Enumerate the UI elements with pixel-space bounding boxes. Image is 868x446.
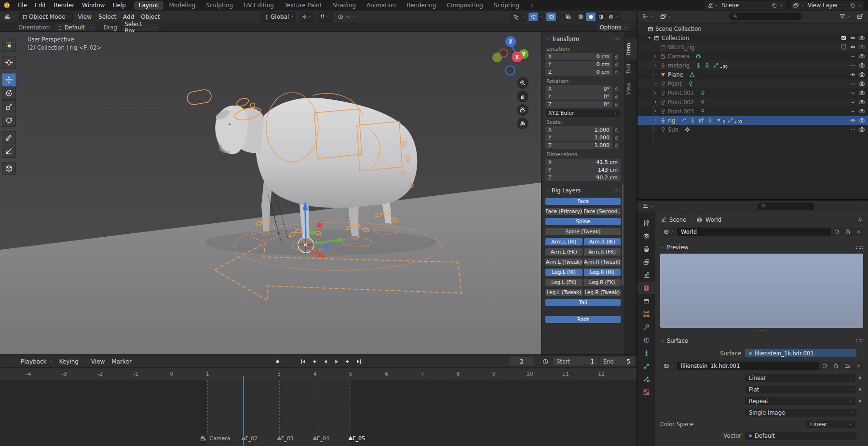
color-space-dropdown[interactable]: Linear [806,420,856,428]
rig-layer-arm-r-fk-[interactable]: Arm.R (FK) [584,248,621,256]
unlink-button[interactable] [854,362,863,370]
properties-tab-bone[interactable] [637,360,655,372]
render-toggle[interactable] [859,44,865,50]
render-toggle[interactable] [859,53,865,59]
lock-toggle[interactable] [612,143,621,148]
start-frame-field[interactable]: Start 1 [553,357,598,365]
remove-view-layer-icon[interactable] [857,2,862,9]
expand-arrow-icon[interactable] [653,72,658,77]
sidebar-tab-view[interactable]: View [625,78,637,99]
number-field[interactable]: X0° [545,85,612,93]
visibility-toggle[interactable] [850,126,856,133]
outliner-search-input[interactable] [729,13,801,20]
timeline-canvas[interactable]: CameraF_02F_03F_04F_05 [0,380,637,446]
end-frame-field[interactable]: End 5 [599,357,634,365]
animate-dot[interactable] [859,400,861,402]
properties-tab-view-layer[interactable] [637,256,655,268]
outliner-row-rig[interactable]: rig 6+99 [637,116,868,125]
rig-layer-spine-tweak-[interactable]: Spine (Tweak) [545,228,621,235]
auto-keying-toggle[interactable] [272,357,287,366]
breadcrumb-world[interactable]: World [705,216,721,223]
lock-toggle[interactable] [612,69,621,75]
interpolation-dropdown[interactable]: Linear [745,374,856,382]
timeline-menu-marker[interactable]: Marker [108,357,135,366]
editor-type-button[interactable] [640,12,656,21]
chevron-down-icon[interactable] [861,204,865,208]
rig-layer-face[interactable]: Face [545,198,621,205]
number-field[interactable]: Y0 cm [545,61,612,68]
expand-arrow-icon[interactable] [653,109,658,113]
object-name[interactable]: Collection [662,35,689,41]
vector-field[interactable]: Default [745,432,856,440]
rig-layer-leg-l-tweak-[interactable]: Leg.L (Tweak) [545,289,583,296]
rig-layer-face-second-[interactable]: Face (Second... [584,208,621,215]
properties-tab-bone-constraints[interactable] [637,373,655,385]
panel-scrollbar[interactable] [622,184,624,285]
render-toggle[interactable] [859,35,865,41]
source-dropdown[interactable]: Single Image [745,409,856,417]
visibility-toggle[interactable] [850,44,856,50]
shading-material-button[interactable] [596,13,606,21]
properties-tab-output[interactable] [637,243,655,255]
outliner-row-point[interactable]: Point [637,79,868,88]
expand-arrow-icon[interactable] [653,127,658,132]
render-toggle[interactable] [859,81,865,87]
world-name-field[interactable]: World [677,228,831,236]
object-name[interactable]: Point.002 [668,99,694,106]
mode-dropdown[interactable]: Object Mode [19,12,73,22]
render-toggle[interactable] [859,126,865,133]
sidebar-tab-item[interactable]: Item [625,39,637,59]
add-workspace-button[interactable]: + [526,2,538,9]
outliner-row-sun[interactable]: Sun [637,125,868,134]
visibility-toggle[interactable] [850,99,856,105]
unlink-button[interactable] [854,228,863,236]
world-browse-button[interactable] [660,228,677,236]
view-layer-selector[interactable]: View Layer [791,1,864,10]
tool-move[interactable] [2,73,16,86]
rotation-mode-dropdown[interactable]: XYZ Euler [545,109,621,117]
menu-edit[interactable]: Edit [31,1,50,10]
visibility-toggle[interactable] [850,108,856,114]
render-toggle[interactable] [859,62,865,68]
snap-dropdown[interactable] [317,12,333,22]
tool-scale[interactable] [2,100,16,113]
expand-arrow-icon[interactable] [653,118,658,122]
number-field[interactable]: Y143 cm [545,166,621,174]
render-toggle[interactable] [859,71,865,78]
shading-rendered-button[interactable] [606,13,616,21]
rig-layer-leg-l-ik-[interactable]: Leg.L (IK) [545,269,583,276]
tool-measure[interactable] [2,145,16,158]
show-gizmo-toggle[interactable] [511,13,520,21]
surface-section-header[interactable]: Surface ∷∷ [660,336,863,346]
tool-tweak-select[interactable] [2,39,16,52]
play-button[interactable] [331,357,341,366]
preview-section-header[interactable]: Preview ∷∷ [660,243,863,252]
tool-annotate[interactable] [2,131,16,144]
transform-section-header[interactable]: Transform∷∷ [545,35,621,43]
object-name[interactable]: WGTS_rig [668,44,694,51]
visibility-toggle[interactable] [850,117,856,123]
extension-dropdown[interactable]: Repeat [745,397,856,405]
display-mode-button[interactable] [658,12,673,21]
rig-layer-face-primary-[interactable]: Face (Primary) [545,208,583,215]
visibility-toggle[interactable] [850,71,856,78]
expand-arrow-icon[interactable] [653,91,658,95]
menu-help[interactable]: Help [108,1,129,10]
outliner-row-scene-collection[interactable]: Scene Collection [637,24,868,33]
timeline-menu-playback[interactable]: Playback [17,357,56,366]
number-field[interactable]: X1.000 [545,126,612,134]
axis-neg-x[interactable] [500,49,508,57]
workspace-tab-scripting[interactable]: Scripting [489,1,524,10]
rig-layer-leg-r-tweak-[interactable]: Leg.R (Tweak) [584,289,621,296]
visibility-toggle[interactable] [850,90,856,96]
breadcrumb-scene[interactable]: Scene [669,216,686,223]
outliner-row-point-001[interactable]: Point.001 [637,88,868,97]
scene-selector[interactable]: Scene [705,1,786,10]
rig-layer-leg-r-fk-[interactable]: Leg.R (FK) [584,279,621,286]
sidebar-tab-tool[interactable]: Tool [625,59,637,78]
properties-tab-texture[interactable] [637,386,655,398]
workspace-tab-shading[interactable]: Shading [327,1,361,10]
preview-resize-grip[interactable]: ∷∷∷ [660,328,863,332]
render-toggle[interactable] [859,117,865,123]
viewport-menu-object[interactable]: Object [137,12,163,22]
